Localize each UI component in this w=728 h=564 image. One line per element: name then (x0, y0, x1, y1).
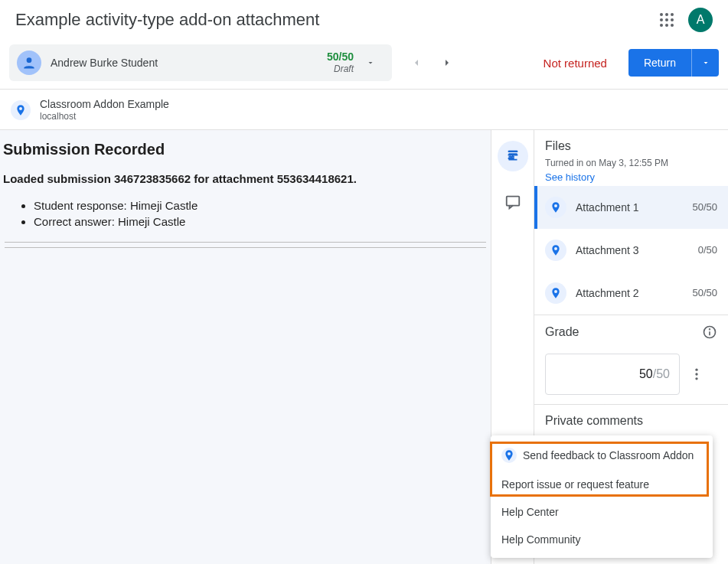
file-icon (545, 197, 566, 218)
private-comments-heading: Private comments (545, 414, 717, 428)
grade-max: /50 (653, 367, 670, 381)
menu-help-center[interactable]: Help Center (491, 498, 713, 526)
svg-point-8 (695, 368, 697, 370)
file-item[interactable]: Attachment 3 0/50 (534, 229, 728, 272)
file-score: 50/50 (692, 287, 717, 298)
menu-send-feedback[interactable]: Send feedback to Classroom Addon (491, 440, 713, 471)
see-history-link[interactable]: See history (545, 171, 717, 183)
tab-comments[interactable] (498, 187, 528, 217)
menu-help-community[interactable]: Help Community (491, 526, 713, 553)
student-score: 50/50 (327, 51, 354, 64)
files-turnedin: Turned in on May 3, 12:55 PM (545, 158, 717, 168)
return-button[interactable]: Return (628, 49, 691, 77)
menu-report-issue[interactable]: Report issue or request feature (491, 471, 713, 498)
file-icon (545, 282, 566, 304)
return-status: Not returned (544, 57, 607, 70)
svg-rect-1 (508, 150, 517, 152)
return-more-button[interactable] (691, 49, 719, 77)
submission-correct: Correct answer: Himeji Castle (34, 215, 488, 228)
menu-item-label: Help Center (501, 506, 559, 518)
info-icon[interactable] (702, 324, 717, 340)
student-avatar-icon (17, 51, 41, 75)
addon-host: localhost (40, 111, 169, 123)
addon-title: Classroom Addon Example (40, 97, 169, 111)
divider (5, 242, 486, 248)
student-selector[interactable]: Andrew Burke Student 50/50 Draft (9, 44, 392, 81)
prev-student-button[interactable] (410, 57, 423, 69)
tab-files[interactable] (498, 141, 528, 171)
chevron-down-icon[interactable] (366, 58, 384, 67)
submission-heading: Submission Recorded (3, 141, 488, 158)
menu-item-label: Report issue or request feature (501, 478, 649, 491)
grade-heading: Grade (545, 325, 579, 339)
file-item[interactable]: Attachment 1 50/50 (534, 186, 728, 229)
submission-loaded-text: Loaded submission 346723835662 for attac… (3, 172, 488, 185)
file-name: Attachment 1 (576, 201, 683, 214)
submission-panel: Submission Recorded Loaded submission 34… (0, 130, 491, 564)
grade-more-icon[interactable] (689, 367, 704, 382)
apps-icon[interactable] (658, 11, 676, 29)
files-heading: Files (545, 139, 717, 153)
addon-icon (11, 100, 31, 120)
student-name: Andrew Burke Student (51, 57, 158, 69)
next-student-button[interactable] (441, 57, 453, 69)
help-menu: Send feedback to Classroom Addon Report … (491, 435, 713, 558)
file-name: Attachment 3 (576, 244, 689, 256)
svg-point-7 (710, 329, 710, 330)
svg-rect-4 (506, 196, 519, 205)
addon-icon (501, 448, 517, 463)
svg-point-10 (695, 377, 697, 380)
draft-label: Draft (334, 64, 354, 74)
submission-response: Student response: Himeji Castle (34, 199, 488, 212)
file-score: 0/50 (698, 244, 717, 256)
grade-input[interactable]: 50/50 (545, 354, 680, 395)
file-name: Attachment 2 (576, 287, 683, 299)
svg-point-9 (695, 373, 697, 375)
user-avatar[interactable]: A (688, 8, 713, 32)
file-item[interactable]: Attachment 2 50/50 (534, 272, 728, 315)
file-score: 50/50 (692, 201, 717, 213)
menu-item-label: Help Community (501, 533, 580, 546)
grade-value: 50 (639, 367, 653, 381)
menu-item-label: Send feedback to Classroom Addon (523, 449, 694, 461)
svg-point-0 (27, 57, 32, 63)
page-title: Example activity-type add-on attachment (15, 10, 319, 30)
file-icon (545, 240, 566, 261)
